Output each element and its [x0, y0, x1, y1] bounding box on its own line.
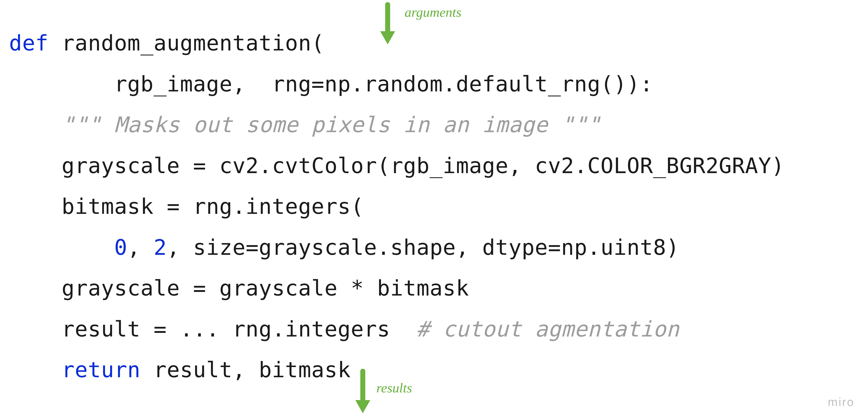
code-token: , — [127, 235, 153, 260]
code-token: 2 — [154, 235, 167, 260]
code-line: grayscale = grayscale * bitmask — [9, 276, 469, 301]
code-line: result = ... rng.integers # cutout agmen… — [9, 316, 679, 341]
code-line: grayscale = cv2.cvtColor(rgb_image, cv2.… — [9, 153, 784, 178]
diagram-canvas: arguments def random_augmentation( rgb_i… — [0, 0, 868, 420]
code-token: random_augmentation( — [62, 31, 324, 55]
svg-marker-1 — [380, 31, 395, 44]
code-token: bitmask = rng.integers( — [62, 194, 364, 219]
code-token: rgb_image, rng=np.random.default_rng()): — [114, 72, 653, 96]
code-token: # cutout agmentation — [416, 316, 680, 341]
code-token: 0 — [114, 235, 127, 260]
annotation-results-label: results — [376, 380, 412, 396]
code-line: def random_augmentation( — [9, 31, 324, 55]
code-line: """ Masks out some pixels in an image ""… — [9, 112, 600, 137]
code-line: 0, 2, size=grayscale.shape, dtype=np.uin… — [9, 235, 679, 260]
code-token: result, bitmask — [154, 357, 351, 382]
code-token: result = ... rng.integers — [62, 316, 416, 341]
arrow-down-arguments-icon — [377, 2, 398, 45]
code-line: bitmask = rng.integers( — [9, 194, 364, 219]
annotation-arguments-label: arguments — [405, 4, 461, 20]
arrow-down-results-icon — [352, 369, 373, 414]
code-token: def — [9, 31, 62, 55]
code-line: rgb_image, rng=np.random.default_rng()): — [9, 72, 653, 96]
miro-watermark: miro — [828, 395, 855, 409]
code-token: """ Masks out some pixels in an image ""… — [62, 112, 600, 137]
code-token: return — [62, 357, 154, 382]
code-line: return result, bitmask — [9, 357, 351, 382]
code-token: , size=grayscale.shape, dtype=np.uint8) — [167, 235, 680, 260]
code-block: def random_augmentation( rgb_image, rng=… — [9, 23, 855, 390]
svg-marker-3 — [355, 400, 370, 413]
code-token: grayscale = grayscale * bitmask — [62, 276, 469, 301]
code-token: grayscale = cv2.cvtColor(rgb_image, cv2.… — [62, 153, 784, 178]
